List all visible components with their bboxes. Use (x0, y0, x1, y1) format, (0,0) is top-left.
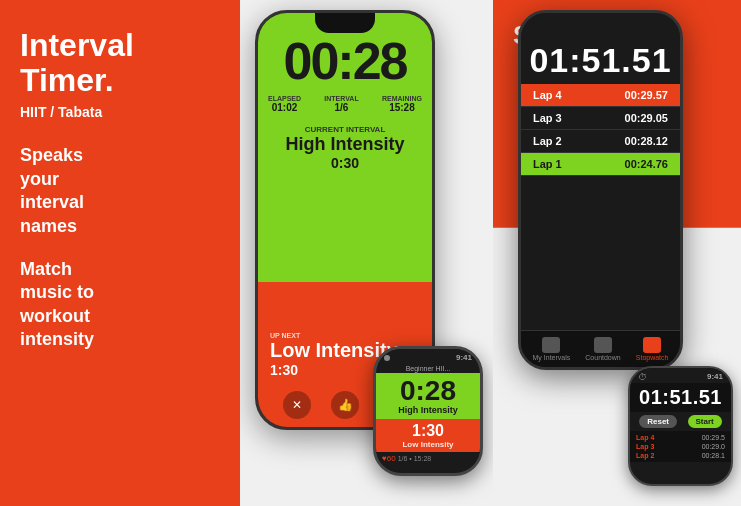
watch-right-mockup: ⏱ 9:41 01:51.51 Reset Start Lap 400:29.5… (628, 366, 733, 486)
footer-tab-label: My Intervals (533, 354, 571, 361)
watch-right-actions: Reset Start (630, 412, 731, 431)
lap-row: Lap 300:29.05 (521, 107, 680, 130)
watch-title: Beginner HII... (376, 364, 480, 373)
main-timer: 00:28 (284, 35, 407, 87)
phone-screen-green: 00:28 ELAPSED 01:02 INTERVAL 1/6 REMAINI… (258, 13, 432, 282)
watch-red-screen: 1:30 Low Intensity (376, 419, 480, 452)
footer-tab-label: Countdown (585, 354, 620, 361)
watch-dot-icon (384, 355, 390, 361)
watch-reset-button[interactable]: Reset (639, 415, 677, 428)
stopwatch-phone-content: 01:51.51 Lap 400:29.57Lap 300:29.05Lap 2… (521, 13, 680, 367)
hiit-subtitle: HIIT / Tabata (20, 104, 220, 120)
watch-lap-row: Lap 200:28.1 (636, 451, 725, 460)
current-interval: CURRENT INTERVAL High Intensity 0:30 (285, 125, 404, 171)
footer-tab-countdown[interactable]: Countdown (585, 337, 620, 361)
watch-lap-row: Lap 400:29.5 (636, 433, 725, 442)
watch-right-timer: 01:51.51 (630, 383, 731, 412)
footer-tab-my-intervals[interactable]: My Intervals (533, 337, 571, 361)
watch-green-screen: 0:28 High Intensity (376, 373, 480, 419)
thumbs-up-button[interactable]: 👍 (331, 391, 359, 419)
stopwatch-time: 01:51.51 (521, 33, 680, 84)
left-panel: Interval Timer. HIIT / Tabata Speaks you… (0, 0, 240, 506)
watch-right-laps: Lap 400:29.5Lap 300:29.0Lap 200:28.1 (630, 431, 731, 462)
watch-top-bar: 9:41 (376, 349, 480, 364)
phone-footer-tabs[interactable]: My IntervalsCountdownStopwatch (521, 330, 680, 367)
right-panel: Stopwatch. 01:51.51 Lap 400:29.57Lap 300… (493, 0, 741, 506)
lap-row: Lap 100:24.76 (521, 153, 680, 176)
footer-tab-stopwatch[interactable]: Stopwatch (636, 337, 669, 361)
stat-elapsed: ELAPSED 01:02 (268, 95, 301, 113)
stat-remaining: REMAINING 15:28 (382, 95, 422, 113)
stopwatch-icon: ⏱ (638, 372, 647, 382)
stopwatch-phone-mockup: 01:51.51 Lap 400:29.57Lap 300:29.05Lap 2… (518, 10, 683, 370)
watch-footer: ♥60 1/6 • 15:28 (376, 452, 480, 465)
footer-tab-icon (542, 337, 560, 353)
phone-stats-row: ELAPSED 01:02 INTERVAL 1/6 REMAINING 15:… (258, 91, 432, 117)
watch-mockup: 9:41 Beginner HII... 0:28 High Intensity… (373, 346, 483, 476)
x-button[interactable]: ✕ (283, 391, 311, 419)
app-title: Interval Timer. (20, 28, 220, 98)
footer-tab-icon (643, 337, 661, 353)
middle-panel: 00:28 ELAPSED 01:02 INTERVAL 1/6 REMAINI… (240, 0, 493, 506)
stat-interval: INTERVAL 1/6 (324, 95, 358, 113)
lap-row: Lap 200:28.12 (521, 130, 680, 153)
phone-notch (315, 13, 375, 33)
watch-right-header: ⏱ 9:41 (630, 368, 731, 383)
watch-start-button[interactable]: Start (688, 415, 722, 428)
lap-list: Lap 400:29.57Lap 300:29.05Lap 200:28.12L… (521, 84, 680, 330)
footer-tab-label: Stopwatch (636, 354, 669, 361)
feature-match: Match music to workout intensity (20, 258, 220, 352)
feature-speaks: Speaks your interval names (20, 144, 220, 238)
heart-icon: ♥60 (382, 454, 396, 463)
watch-lap-row: Lap 300:29.0 (636, 442, 725, 451)
footer-tab-icon (594, 337, 612, 353)
lap-row: Lap 400:29.57 (521, 84, 680, 107)
stopwatch-phone-notch (576, 13, 626, 29)
